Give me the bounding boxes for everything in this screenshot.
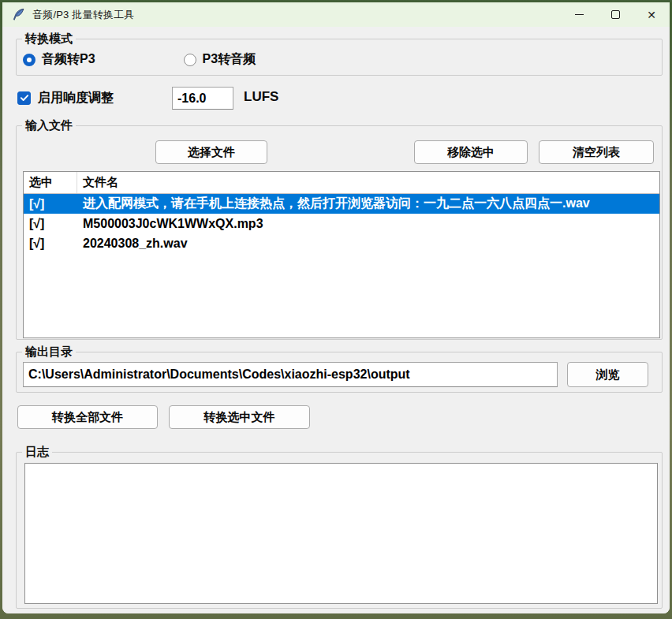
title-bar: 音频/P3 批量转换工具 ✕	[2, 2, 670, 27]
loudness-row: 启用响度调整 LUFS	[17, 87, 114, 109]
header-checked-column[interactable]: 选中	[24, 172, 77, 193]
table-row[interactable]: [√] M500003J0cWK1WWxQX.mp3	[24, 214, 659, 233]
maximize-button[interactable]	[597, 2, 633, 27]
row-filename-cell: 进入配网模式，请在手机上连接热点，然后打开浏览器访问：一九二点一六八点四点一.w…	[77, 196, 659, 212]
log-textarea[interactable]	[24, 463, 658, 604]
output-path-input[interactable]	[23, 362, 558, 387]
lufs-unit-label: LUFS	[244, 89, 278, 105]
output-directory-group: 输出目录 浏览	[16, 352, 663, 393]
python-tk-feather-icon	[12, 8, 25, 21]
header-filename-column[interactable]: 文件名	[77, 172, 659, 193]
radio-selected-icon	[23, 54, 35, 66]
log-label: 日志	[22, 444, 52, 460]
convert-selected-button[interactable]: 转换选中文件	[169, 405, 310, 429]
mode-radio-row: 音频转P3 P3转音频	[23, 51, 256, 68]
table-row[interactable]: [√] 进入配网模式，请在手机上连接热点，然后打开浏览器访问：一九二点一六八点四…	[24, 194, 659, 214]
minimize-button[interactable]	[561, 2, 597, 27]
row-checked-cell: [√]	[24, 217, 77, 231]
output-directory-label: 输出目录	[22, 344, 76, 360]
browse-button[interactable]: 浏览	[567, 362, 648, 387]
row-filename-cell: 20240308_zh.wav	[77, 237, 659, 251]
row-checked-cell: [√]	[24, 237, 77, 251]
radio-p3-to-audio[interactable]: P3转音频	[184, 51, 256, 68]
close-button[interactable]: ✕	[633, 2, 670, 27]
main-content: 转换模式 音频转P3 P3转音频 启用响度调整 LUFS	[2, 27, 670, 613]
loudness-checkbox[interactable]	[17, 91, 31, 105]
convert-all-button[interactable]: 转换全部文件	[17, 405, 158, 429]
clear-list-button[interactable]: 清空列表	[539, 140, 654, 164]
table-row[interactable]: [√] 20240308_zh.wav	[24, 233, 659, 253]
check-icon	[20, 93, 29, 103]
log-group: 日志	[16, 452, 663, 609]
radio-audio-to-p3-label: 音频转P3	[42, 51, 95, 68]
row-checked-cell: [√]	[24, 197, 77, 211]
maximize-icon	[611, 10, 620, 19]
radio-p3-to-audio-label: P3转音频	[203, 51, 256, 68]
minimize-icon	[575, 14, 584, 15]
lufs-value-input[interactable]	[172, 87, 233, 110]
caption-buttons: ✕	[561, 2, 670, 27]
radio-unselected-icon	[184, 54, 196, 66]
close-icon: ✕	[647, 9, 656, 21]
radio-audio-to-p3[interactable]: 音频转P3	[23, 51, 95, 68]
remove-selected-button[interactable]: 移除选中	[414, 140, 528, 164]
conversion-mode-label: 转换模式	[22, 31, 76, 47]
window-title: 音频/P3 批量转换工具	[32, 8, 135, 22]
file-table-header: 选中 文件名	[24, 172, 659, 194]
row-filename-cell: M500003J0cWK1WWxQX.mp3	[77, 217, 659, 231]
app-window: 音频/P3 批量转换工具 ✕ 转换模式 音频转P3 P3转音频	[2, 2, 670, 613]
file-list-table: 选中 文件名 [√] 进入配网模式，请在手机上连接热点，然后打开浏览器访问：一九…	[23, 171, 660, 338]
conversion-mode-group: 转换模式 音频转P3 P3转音频	[16, 39, 663, 76]
select-files-button[interactable]: 选择文件	[155, 140, 267, 164]
loudness-checkbox-label: 启用响度调整	[38, 90, 114, 106]
input-files-label: 输入文件	[22, 117, 76, 133]
input-files-group: 输入文件 选择文件 移除选中 清空列表 选中 文件名 [√] 进入配网模式，请在…	[16, 125, 663, 340]
